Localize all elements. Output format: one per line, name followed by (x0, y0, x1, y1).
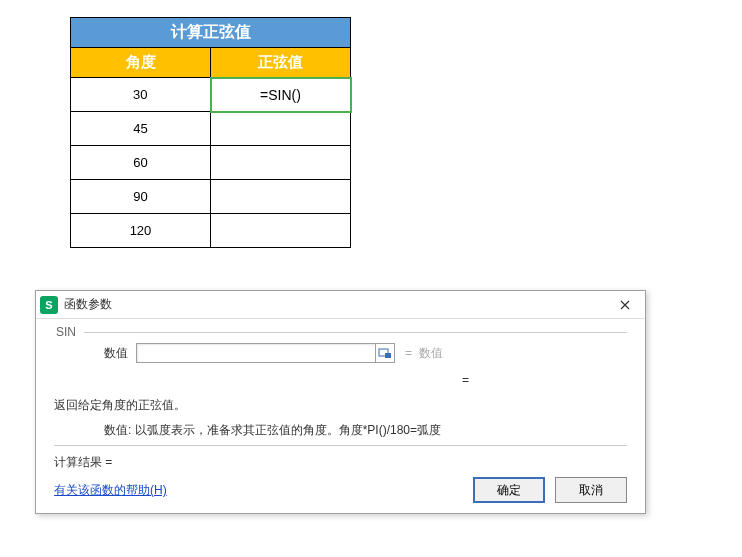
formula-text: =SIN() (260, 87, 301, 103)
result-preview-equals: = (304, 373, 627, 387)
range-select-icon (378, 346, 392, 360)
dialog-body: SIN 数值 = 数值 = 返回给定角度的正弦值。 数值: 以弧度表示，准备求其… (36, 319, 645, 471)
close-button[interactable] (609, 294, 641, 316)
ok-button[interactable]: 确定 (473, 477, 545, 503)
cell-angle[interactable]: 60 (71, 146, 211, 180)
cell-sine-active[interactable]: =SIN() (211, 78, 351, 112)
svg-rect-1 (385, 353, 391, 358)
cell-sine[interactable] (211, 112, 351, 146)
table-row: 45 (71, 112, 351, 146)
dialog-title: 函数参数 (64, 296, 609, 313)
param-label: 数值 (104, 345, 136, 362)
range-select-button[interactable] (375, 343, 395, 363)
app-icon: S (40, 296, 58, 314)
spreadsheet-table: 计算正弦值 角度 正弦值 30 =SIN() 45 60 90 120 (70, 17, 352, 248)
param-description: 数值: 以弧度表示，准备求其正弦值的角度。角度*PI()/180=弧度 (104, 422, 627, 439)
header-angle: 角度 (71, 48, 211, 78)
dialog-titlebar[interactable]: S 函数参数 (36, 291, 645, 319)
cell-sine[interactable] (211, 146, 351, 180)
table-row: 90 (71, 180, 351, 214)
close-icon (620, 300, 630, 310)
param-row: 数值 = 数值 (104, 343, 627, 363)
table-title: 计算正弦值 (71, 18, 351, 48)
divider (54, 445, 627, 446)
cell-sine[interactable] (211, 180, 351, 214)
help-link[interactable]: 有关该函数的帮助(H) (54, 482, 167, 499)
cell-angle[interactable]: 45 (71, 112, 211, 146)
function-description: 返回给定角度的正弦值。 (54, 397, 627, 414)
result-label: 计算结果 = (54, 454, 627, 471)
table-row: 60 (71, 146, 351, 180)
function-arguments-dialog: S 函数参数 SIN 数值 = 数值 = 返回给定角度的正弦值。 数值: 以弧度… (35, 290, 646, 514)
cell-angle[interactable]: 30 (71, 78, 211, 112)
dialog-footer: 有关该函数的帮助(H) 确定 取消 (54, 477, 627, 503)
fieldset-divider (84, 332, 627, 333)
cell-angle[interactable]: 120 (71, 214, 211, 248)
table-row: 120 (71, 214, 351, 248)
cancel-button[interactable]: 取消 (555, 477, 627, 503)
cell-angle[interactable]: 90 (71, 180, 211, 214)
cell-sine[interactable] (211, 214, 351, 248)
header-sine: 正弦值 (211, 48, 351, 78)
param-input[interactable] (136, 343, 376, 363)
param-equals: = 数值 (405, 345, 443, 362)
table-row: 30 =SIN() (71, 78, 351, 112)
